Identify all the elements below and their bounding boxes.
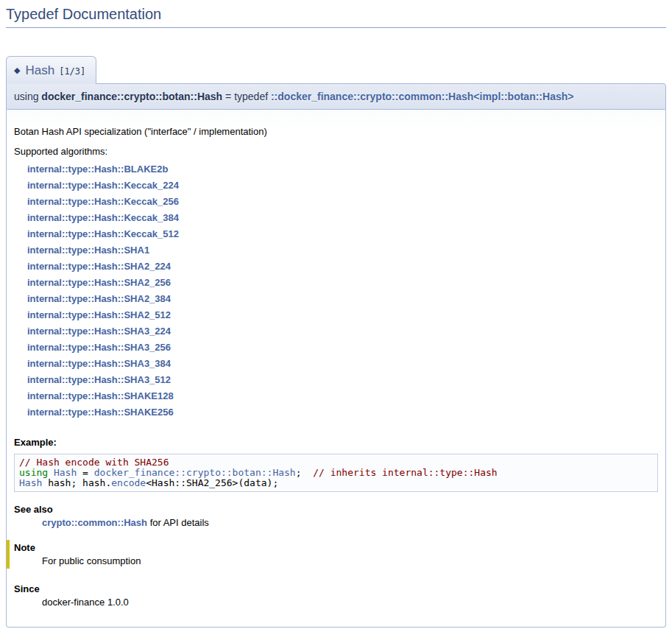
since-label: Since — [14, 583, 658, 594]
see-also-entry: crypto::common::Hash for API details — [42, 517, 658, 528]
algorithm-link[interactable]: internal::type::Hash::Keccak_512 — [27, 226, 658, 242]
permalink-anchor-icon[interactable]: ◆ — [14, 66, 20, 74]
algorithm-link[interactable]: internal::type::Hash::Keccak_384 — [27, 210, 658, 226]
note-section: Note For public consumption — [7, 540, 658, 569]
code-plain-text: = — [77, 467, 93, 478]
algorithm-link[interactable]: internal::type::Hash::SHA3_384 — [27, 356, 658, 372]
proto-target-link[interactable]: ::docker_finance::crypto::common::Hash<i… — [271, 91, 573, 102]
code-keyword-using: using — [19, 467, 54, 478]
proto-equals-text: = typedef — [222, 91, 271, 102]
algorithm-link[interactable]: internal::type::Hash::SHA3_224 — [27, 323, 658, 340]
algorithm-link[interactable]: internal::type::Hash::SHA2_512 — [27, 307, 658, 323]
code-plain-text: ; — [296, 467, 313, 478]
note-label: Note — [14, 542, 658, 553]
code-link-hash[interactable]: Hash — [19, 477, 42, 488]
algorithm-link[interactable]: internal::type::Hash::SHA3_256 — [27, 340, 658, 356]
code-comment: // Hash encode with SHA256 — [19, 457, 169, 468]
code-plain-text: hash; hash. — [42, 477, 111, 488]
member-name-label: Hash — [25, 63, 54, 77]
code-line: Hash hash; hash.encode<Hash::SHA2_256>(d… — [19, 478, 653, 488]
member-prototype-bar: using docker_finance::crypto::botan::Has… — [6, 83, 666, 110]
code-link-botan-hash[interactable]: docker_finance::crypto::botan::Hash — [94, 467, 296, 478]
algorithm-link-list: internal::type::Hash::BLAKE2binternal::t… — [27, 161, 658, 421]
code-fragment: // Hash encode with SHA256 using Hash = … — [14, 454, 658, 492]
proto-using-keyword: using — [14, 91, 41, 102]
example-section: Example: — [14, 437, 658, 448]
code-line: // Hash encode with SHA256 — [19, 457, 653, 468]
example-label: Example: — [14, 437, 658, 448]
algorithm-link[interactable]: internal::type::Hash::SHAKE128 — [27, 388, 658, 404]
code-plain-text: <Hash::SHA2_256>(data); — [146, 477, 278, 488]
note-text: For public consumption — [42, 555, 658, 566]
algorithm-link[interactable]: internal::type::Hash::SHA2_256 — [27, 275, 658, 291]
member-item: using docker_finance::crypto::botan::Has… — [6, 83, 666, 628]
member-doc-body: Botan Hash API specialization ("interfac… — [6, 110, 666, 628]
see-also-label: See also — [14, 504, 658, 515]
algorithm-link[interactable]: internal::type::Hash::Keccak_256 — [27, 194, 658, 210]
member-description: Botan Hash API specialization ("interfac… — [14, 126, 658, 137]
section-heading: Typedef Documentation — [6, 0, 666, 28]
since-section: Since docker-finance 1.0.0 — [14, 583, 658, 608]
code-line: using Hash = docker_finance::crypto::bot… — [19, 468, 653, 478]
code-link-encode[interactable]: encode — [111, 477, 146, 488]
since-text: docker-finance 1.0.0 — [42, 597, 658, 608]
supported-algorithms-label: Supported algorithms: — [14, 146, 658, 157]
see-also-section: See also crypto::common::Hash for API de… — [14, 504, 658, 528]
member-card: ◆Hash[1/3] using docker_finance::crypto:… — [6, 56, 666, 628]
algorithm-link[interactable]: internal::type::Hash::SHA3_512 — [27, 372, 658, 388]
code-comment: // inherits internal::type::Hash — [313, 467, 497, 478]
algorithm-link[interactable]: internal::type::Hash::SHA1 — [27, 242, 658, 259]
algorithm-link[interactable]: internal::type::Hash::Keccak_224 — [27, 178, 658, 194]
see-also-text: for API details — [147, 517, 209, 528]
member-title-tab: ◆Hash[1/3] — [6, 56, 96, 84]
proto-typedef-name: docker_finance::crypto::botan::Hash — [41, 91, 222, 102]
algorithm-link[interactable]: internal::type::Hash::SHA2_384 — [27, 291, 658, 307]
algorithm-link[interactable]: internal::type::Hash::SHA2_224 — [27, 259, 658, 275]
algorithm-link[interactable]: internal::type::Hash::SHAKE256 — [27, 404, 658, 421]
member-overload-badge: [1/3] — [59, 66, 85, 77]
see-also-link[interactable]: crypto::common::Hash — [42, 517, 147, 528]
page-root: Typedef Documentation ◆Hash[1/3] using d… — [0, 0, 672, 628]
code-link-hash[interactable]: Hash — [54, 467, 77, 478]
algorithm-link[interactable]: internal::type::Hash::BLAKE2b — [27, 161, 658, 178]
